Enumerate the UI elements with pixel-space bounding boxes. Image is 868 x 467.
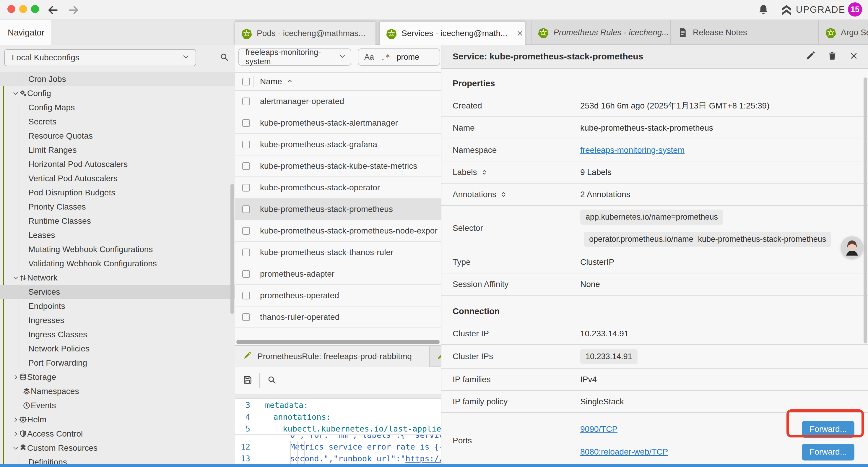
sidebar-scrollbar[interactable] — [230, 184, 234, 314]
sidebar-item-access-control[interactable]: Access Control — [0, 427, 235, 441]
detail-panel-scrollbar[interactable] — [864, 78, 867, 344]
chevron-right-icon[interactable] — [12, 416, 19, 423]
table-row[interactable]: kube-prometheus-stack-kube-state-metrics — [235, 155, 441, 177]
pencil-glyph — [243, 351, 251, 360]
regex-icon[interactable]: .* — [380, 53, 390, 62]
sidebar-item-pod-disruption-budgets[interactable]: Pod Disruption Budgets — [0, 185, 235, 200]
table-row[interactable]: thanos-ruler-operated — [235, 307, 441, 328]
chevron-down-icon[interactable] — [12, 274, 19, 281]
editor-search-icon[interactable] — [267, 375, 277, 386]
notifications-bell-icon[interactable] — [757, 4, 770, 18]
sidebar-item-ingresses[interactable]: Ingresses — [0, 313, 235, 327]
upgrade-chevrons-icon[interactable] — [780, 4, 793, 18]
doc-tab-4[interactable]: Release Notes — [670, 20, 818, 45]
table-row[interactable]: kube-prometheus-stack-grafana — [235, 134, 441, 155]
editor-tab-partial[interactable] — [430, 346, 441, 367]
traffic-light-close-icon[interactable] — [7, 5, 16, 13]
sidebar-item-runtime-classes[interactable]: Runtime Classes — [0, 214, 235, 228]
row-checkbox[interactable] — [242, 184, 250, 192]
forward-arrow-icon[interactable] — [67, 4, 80, 18]
yaml-editor[interactable]: 3metadata:4annotations:5kubectl.kubernet… — [235, 399, 441, 467]
row-checkbox[interactable] — [242, 119, 250, 127]
forward-button[interactable]: Forward... — [802, 444, 855, 461]
namespace-link[interactable]: freeleaps-monitoring-system — [580, 145, 685, 155]
sidebar-item-endpoints[interactable]: Endpoints — [0, 299, 235, 313]
port-link[interactable]: 8080:reloader-web/TCP — [580, 447, 668, 457]
sidebar-item-mutating-webhook-configurations[interactable]: Mutating Webhook Configurations — [0, 242, 235, 257]
filter-input[interactable]: Aa .* prome — [358, 49, 440, 66]
sidebar-item-validating-webhook-configurations[interactable]: Validating Webhook Configurations — [0, 257, 235, 271]
chevron-right-icon[interactable] — [12, 374, 19, 380]
sidebar-item-vertical-pod-autoscalers[interactable]: Vertical Pod Autoscalers — [0, 171, 235, 185]
sort-ascending-icon[interactable] — [286, 78, 293, 86]
sidebar-search-icon[interactable] — [219, 52, 229, 63]
delete-trash-icon[interactable] — [827, 51, 837, 62]
table-row[interactable]: kube-prometheus-stack-operator — [235, 177, 441, 199]
sidebar-item-network-policies[interactable]: Network Policies — [0, 342, 235, 356]
namespace-selector[interactable]: freeleaps-monitoring-system — [239, 49, 351, 66]
row-checkbox[interactable] — [242, 141, 250, 148]
table-row[interactable]: prometheus-adapter — [235, 263, 441, 285]
table-horizontal-scrollbar[interactable] — [236, 340, 440, 344]
sidebar-item-services[interactable]: Services — [0, 285, 235, 299]
table-row[interactable]: kube-prometheus-stack-thanos-ruler — [235, 242, 441, 263]
table-row[interactable]: kube-prometheus-stack-alertmanager — [235, 112, 441, 134]
port-link[interactable]: 9090/TCP — [580, 425, 617, 434]
chevron-right-icon[interactable] — [12, 431, 19, 437]
sidebar-item-limit-ranges[interactable]: Limit Ranges — [0, 143, 235, 157]
row-checkbox[interactable] — [242, 205, 250, 213]
table-row[interactable]: kube-prometheus-stack-prometheus-node-ex… — [235, 220, 441, 242]
chevron-down-icon[interactable] — [12, 445, 19, 451]
row-checkbox[interactable] — [242, 162, 250, 170]
chevron-down-icon[interactable] — [12, 90, 19, 97]
row-checkbox[interactable] — [242, 97, 250, 105]
expand-updown-icon[interactable] — [500, 191, 507, 198]
sidebar-item-config[interactable]: Config — [0, 86, 235, 100]
sidebar-item-leases[interactable]: Leases — [0, 228, 235, 242]
expand-updown-icon[interactable] — [481, 169, 488, 176]
sidebar-item-cron-jobs[interactable]: Cron Jobs — [0, 72, 235, 86]
traffic-light-minimize-icon[interactable] — [19, 5, 27, 13]
sidebar-item-ingress-classes[interactable]: Ingress Classes — [0, 327, 235, 342]
sidebar-item-helm[interactable]: Helm — [0, 413, 235, 427]
sidebar-item-custom-resources[interactable]: Custom Resources — [0, 441, 235, 455]
upgrade-button[interactable]: UPGRADE — [796, 4, 845, 15]
select-all-checkbox[interactable] — [242, 78, 250, 85]
table-row[interactable]: kube-prometheus-stack-prometheus — [235, 199, 441, 220]
close-tab-icon[interactable] — [516, 30, 524, 37]
editor-tab-prometheusrule[interactable]: PrometheusRule: freeleaps-prod-rabbitmq — [235, 346, 430, 367]
kubeconfig-selector[interactable]: Local Kubeconfigs — [4, 49, 196, 66]
save-icon[interactable] — [243, 375, 253, 386]
doc-tab-2[interactable]: Services - icecheng@math... — [380, 22, 525, 45]
sidebar-item-port-forwarding[interactable]: Port Forwarding — [0, 356, 235, 370]
tab-navigator[interactable]: Navigator — [0, 20, 51, 45]
doc-tab-3[interactable]: Prometheus Rules - icecheng... — [531, 20, 670, 45]
sidebar-item-horizontal-pod-autoscalers[interactable]: Horizontal Pod Autoscalers — [0, 157, 235, 171]
sidebar-item-namespaces[interactable]: Namespaces — [0, 384, 235, 399]
table-row[interactable]: prometheus-operated — [235, 285, 441, 307]
column-header-name[interactable]: Name — [260, 77, 282, 86]
back-arrow-icon[interactable] — [47, 4, 59, 18]
match-case-icon[interactable]: Aa — [364, 53, 374, 62]
port-row: 8080:reloader-web/TCPForward... — [580, 444, 868, 461]
sidebar-item-resource-quotas[interactable]: Resource Quotas — [0, 129, 235, 143]
notification-count-badge[interactable]: 15 — [848, 2, 862, 17]
doc-tab-5[interactable]: Argo Se — [818, 20, 868, 45]
row-checkbox[interactable] — [242, 313, 250, 321]
edit-pencil-icon[interactable] — [805, 51, 815, 62]
sidebar-item-config-maps[interactable]: Config Maps — [0, 100, 235, 115]
row-checkbox[interactable] — [242, 270, 250, 278]
row-checkbox[interactable] — [242, 292, 250, 299]
table-row[interactable]: alertmanager-operated — [235, 91, 441, 112]
sidebar-item-priority-classes[interactable]: Priority Classes — [0, 200, 235, 214]
user-avatar[interactable] — [841, 236, 863, 258]
doc-tab-1[interactable]: Pods - icecheng@mathmas... — [235, 22, 375, 45]
traffic-light-zoom-icon[interactable] — [31, 5, 39, 13]
row-checkbox[interactable] — [242, 249, 250, 256]
close-icon[interactable] — [849, 51, 859, 62]
sidebar-item-storage[interactable]: Storage — [0, 370, 235, 384]
sidebar-item-network[interactable]: Network — [0, 271, 235, 285]
sidebar-item-events[interactable]: Events — [0, 399, 235, 413]
sidebar-item-secrets[interactable]: Secrets — [0, 115, 235, 129]
row-checkbox[interactable] — [242, 227, 250, 235]
